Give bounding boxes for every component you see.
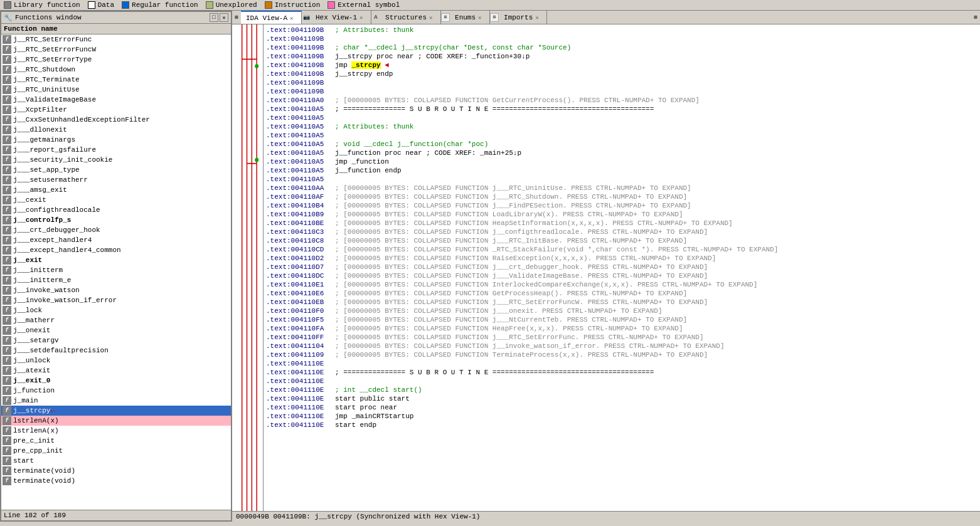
layout-icon[interactable]: ⊞: [232, 13, 241, 22]
code-line[interactable]: .text:0041110E jmp _mainCRTStartup: [266, 412, 977, 421]
code-line[interactable]: .text:0041110E: [266, 377, 977, 386]
code-line[interactable]: .text:004110A0; [00000005 BYTES: COLLAPS…: [266, 96, 977, 105]
code-panel[interactable]: .text:0041109B; Attributes: thunk.text:0…: [264, 24, 980, 511]
func-item[interactable]: fj__RTC_SetErrorFuncW: [1, 45, 231, 55]
tab-icon-struct[interactable]: A: [371, 13, 380, 22]
code-line[interactable]: .text:0041109B: [266, 87, 977, 96]
code-line[interactable]: .text:004110F0; [00000005 BYTES: COLLAPS…: [266, 307, 977, 315]
tab-enums-close[interactable]: ✕: [478, 14, 484, 21]
code-line[interactable]: .text:0041110E; =============== S U B R …: [266, 368, 977, 377]
code-line[interactable]: .text:004110AA; [00000005 BYTES: COLLAPS…: [266, 184, 977, 192]
function-list[interactable]: fj__RTC_SetErrorFuncfj__RTC_SetErrorFunc…: [1, 34, 231, 510]
code-line[interactable]: .text:004110C8; [00000005 BYTES: COLLAPS…: [266, 236, 977, 245]
func-item[interactable]: fj__lock: [1, 305, 231, 315]
code-line[interactable]: .text:0041109Bj__strcpy endp: [266, 70, 977, 78]
code-line[interactable]: .text:004110E1; [00000005 BYTES: COLLAPS…: [266, 280, 977, 289]
tab-imports-close[interactable]: ✕: [535, 14, 541, 21]
code-line[interactable]: .text:004110D2; [00000005 BYTES: COLLAPS…: [266, 254, 977, 263]
code-line[interactable]: .text:0041109B; char *__cdecl j__strcpy(…: [266, 43, 977, 52]
code-line[interactable]: .text:004110A5j__function endp: [266, 166, 977, 175]
func-item[interactable]: flstrlenA(x): [1, 416, 231, 426]
func-item[interactable]: fj__RTC_UninitUse: [1, 85, 231, 95]
func-item[interactable]: fj___getmainargs: [1, 135, 231, 145]
func-item[interactable]: fj___report_gsfailure: [1, 145, 231, 155]
func-item[interactable]: fj__ValidateImageBase: [1, 95, 231, 105]
code-line[interactable]: .text:0041109B: [266, 78, 977, 87]
func-item[interactable]: fj__exit: [1, 255, 231, 265]
code-line[interactable]: .text:004110A5: [266, 113, 977, 122]
func-item[interactable]: fj__matherr: [1, 315, 231, 325]
func-item[interactable]: fj__CxxSetUnhandledExceptionFilter: [1, 115, 231, 125]
tab-imports[interactable]: Imports ✕: [499, 11, 547, 24]
func-item[interactable]: fj__invoke_watson: [1, 285, 231, 295]
func-item[interactable]: fj_main: [1, 396, 231, 406]
code-line[interactable]: .text:004110A5; =============== S U B R …: [266, 105, 977, 113]
code-line[interactable]: .text:0041110Estart endp: [266, 421, 977, 429]
code-line[interactable]: .text:004110D7; [00000005 BYTES: COLLAPS…: [266, 263, 977, 271]
code-line[interactable]: .text:004110AF; [00000005 BYTES: COLLAPS…: [266, 192, 977, 201]
func-item[interactable]: fj__onexit: [1, 325, 231, 335]
func-item[interactable]: fj__strcpy ←: [1, 406, 231, 416]
func-item[interactable]: fj___except_handler4_common: [1, 245, 231, 255]
func-item[interactable]: fj__exit_0: [1, 376, 231, 386]
code-line[interactable]: .text:004110A5: [266, 131, 977, 140]
tab-ida-view-a[interactable]: IDA View-A ✕: [241, 11, 302, 24]
func-item[interactable]: fj__XcptFilter: [1, 105, 231, 115]
func-item[interactable]: fj__cexit: [1, 195, 231, 205]
func-item[interactable]: fj___initterm: [1, 265, 231, 275]
func-item[interactable]: fj___setdefaultprecision: [1, 345, 231, 355]
func-item[interactable]: fpre_cpp_init: [1, 446, 231, 456]
code-line[interactable]: .text:0041109B jmp _strcpy ◄: [266, 61, 977, 70]
tab-hex-view-1-close[interactable]: ✕: [360, 14, 366, 21]
func-item[interactable]: fj___setusermatherr: [1, 175, 231, 185]
func-item[interactable]: flstrlenA(x): [1, 426, 231, 436]
tab-icon-enums[interactable]: ≡: [441, 13, 450, 22]
code-line[interactable]: .text:00411104; [00000005 BYTES: COLLAPS…: [266, 342, 977, 350]
code-line[interactable]: .text:004110CD; [00000005 BYTES: COLLAPS…: [266, 245, 977, 254]
code-line[interactable]: .text:0041110E; int __cdecl start(): [266, 386, 977, 394]
func-item[interactable]: fj___security_init_cookie: [1, 155, 231, 165]
func-item[interactable]: fj___crt_debugger_hook: [1, 225, 231, 235]
func-item[interactable]: fj__atexit: [1, 366, 231, 376]
code-line[interactable]: .text:004110FA; [00000005 BYTES: COLLAPS…: [266, 324, 977, 333]
func-item[interactable]: fj___except_handler4: [1, 235, 231, 245]
func-item[interactable]: fj___setargv: [1, 335, 231, 345]
code-line[interactable]: .text:004110F5; [00000005 BYTES: COLLAPS…: [266, 315, 977, 324]
func-item[interactable]: fj__configthreadlocale: [1, 205, 231, 215]
code-line[interactable]: .text:004110E6; [00000005 BYTES: COLLAPS…: [266, 289, 977, 298]
func-item[interactable]: fj___dllonexit: [1, 125, 231, 135]
func-item[interactable]: fj__invoke_watson_if_error: [1, 295, 231, 305]
tab-icon-hex[interactable]: 📷: [302, 13, 311, 22]
code-line[interactable]: .text:0041110E: [266, 359, 977, 368]
tab-ida-view-a-close[interactable]: ✕: [290, 15, 296, 21]
code-line[interactable]: .text:004110A5 jmp _function: [266, 157, 977, 166]
tab-extra-icon[interactable]: ⊞: [971, 13, 980, 22]
tab-enums[interactable]: Enums ✕: [450, 11, 490, 24]
code-line[interactable]: .text:004110FF; [00000005 BYTES: COLLAPS…: [266, 333, 977, 342]
func-item[interactable]: fj__RTC_Terminate: [1, 75, 231, 85]
code-line[interactable]: .text:004110DC; [00000005 BYTES: COLLAPS…: [266, 271, 977, 280]
func-item[interactable]: fj__RTC_Shutdown: [1, 65, 231, 75]
restore-button[interactable]: □: [210, 13, 218, 22]
code-line[interactable]: .text:004110BE; [00000005 BYTES: COLLAPS…: [266, 219, 977, 228]
tab-structures-close[interactable]: ✕: [429, 14, 435, 21]
code-line[interactable]: .text:0041109B; Attributes: thunk: [266, 26, 977, 34]
code-line[interactable]: .text:004110B9; [00000005 BYTES: COLLAPS…: [266, 210, 977, 219]
tab-structures[interactable]: Structures ✕: [380, 11, 441, 24]
code-line[interactable]: .text:004110A5; void __cdecl j__function…: [266, 140, 977, 149]
code-line[interactable]: .text:004110B4; [00000005 BYTES: COLLAPS…: [266, 201, 977, 210]
close-button[interactable]: ✕: [220, 13, 228, 22]
tab-icon-imports[interactable]: ≡: [490, 13, 499, 22]
func-item[interactable]: fterminate(void): [1, 476, 231, 486]
code-line[interactable]: .text:00411109; [00000005 BYTES: COLLAPS…: [266, 350, 977, 359]
code-line[interactable]: .text:004110C3; [00000005 BYTES: COLLAPS…: [266, 228, 977, 236]
func-item[interactable]: fpre_c_init: [1, 436, 231, 446]
func-item[interactable]: fj_function: [1, 386, 231, 396]
func-item[interactable]: fj__RTC_SetErrorFunc: [1, 34, 231, 45]
func-item[interactable]: fj__controlfp_s: [1, 215, 231, 225]
code-line[interactable]: .text:0041109Bj__strcpy proc near ; CODE…: [266, 52, 977, 61]
code-line[interactable]: .text:0041109B: [266, 34, 977, 43]
code-line[interactable]: .text:004110A5: [266, 175, 977, 184]
code-line[interactable]: .text:004110EB; [00000005 BYTES: COLLAPS…: [266, 298, 977, 307]
func-item[interactable]: fj___amsg_exit: [1, 185, 231, 195]
